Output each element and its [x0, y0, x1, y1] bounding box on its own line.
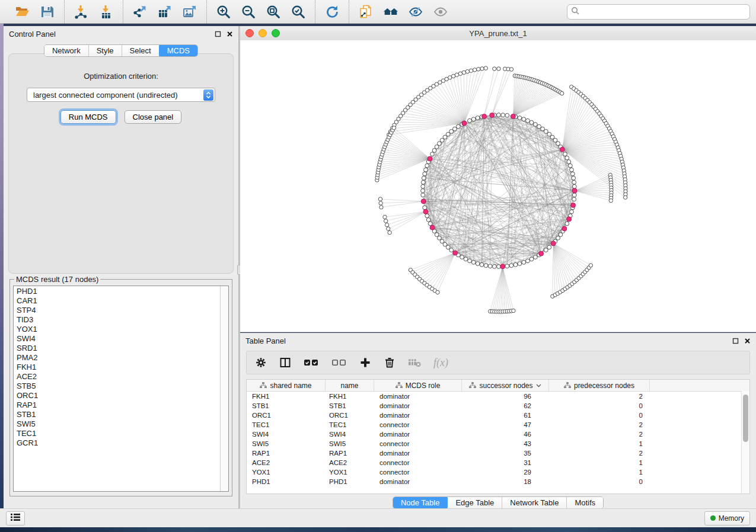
cell: PHD1 — [326, 478, 374, 485]
cell: YOX1 — [247, 469, 326, 476]
zoom-selected-icon[interactable] — [290, 4, 307, 20]
tab-style[interactable]: Style — [89, 45, 122, 56]
task-history-button[interactable] — [6, 511, 25, 525]
close-icon[interactable] — [227, 31, 233, 37]
mcds-result-item[interactable]: FKH1 — [17, 363, 228, 372]
criterion-select[interactable]: largest connected component (undirected) — [27, 88, 215, 102]
zoom-out-icon[interactable] — [240, 4, 257, 20]
cell: ACE2 — [247, 459, 326, 466]
float-icon[interactable] — [732, 338, 739, 344]
mcds-result-item[interactable]: SRD1 — [17, 344, 228, 353]
save-icon[interactable] — [39, 4, 56, 20]
search-box[interactable] — [567, 4, 750, 20]
column-header-successor-nodes[interactable]: successor nodes — [462, 380, 549, 391]
table-row[interactable]: PHD1PHD1dominator180 — [247, 477, 749, 486]
zoom-fit-icon[interactable] — [265, 4, 282, 20]
refresh-icon[interactable] — [324, 4, 340, 20]
table-row[interactable]: ACE2ACE2connector311 — [247, 458, 749, 467]
deselect-all-icon[interactable] — [331, 358, 347, 367]
mcds-result-list[interactable]: PHD1CAR1STP4TID3YOX1SWI4SRD1PMA2FKH1ACE2… — [13, 286, 229, 492]
zoom-in-icon[interactable] — [215, 4, 232, 20]
table-scrollbar[interactable] — [741, 391, 749, 493]
export-table-icon[interactable] — [157, 4, 173, 20]
export-image-icon[interactable] — [181, 4, 198, 20]
cell: 61 — [462, 412, 549, 419]
mcds-result-item[interactable]: PHD1 — [17, 287, 228, 296]
close-panel-button[interactable]: Close panel — [125, 110, 182, 124]
add-column-icon[interactable] — [359, 357, 371, 368]
mcds-result-item[interactable]: STP4 — [17, 306, 228, 315]
mcds-result-item[interactable]: STB5 — [17, 382, 228, 391]
select-all-icon[interactable] — [304, 358, 319, 367]
sort-chevron-down-icon — [536, 384, 541, 387]
close-icon[interactable] — [744, 338, 751, 344]
cell: 2 — [549, 431, 650, 438]
open-folder-icon[interactable] — [14, 4, 31, 20]
tab-mcds[interactable]: MCDS — [159, 44, 198, 57]
table-row[interactable]: SWI4SWI4dominator462 — [247, 430, 749, 439]
mcds-result-item[interactable]: CAR1 — [17, 296, 228, 306]
table-row[interactable]: YOX1YOX1connector291 — [247, 467, 749, 477]
optimization-criterion-label: Optimization criterion: — [9, 72, 233, 81]
node-table: shared namenameMCDS rolesuccessor nodesp… — [246, 379, 750, 494]
search-input[interactable] — [582, 7, 746, 17]
status-bar: Memory — [0, 508, 756, 527]
columns-icon[interactable] — [279, 357, 291, 368]
cell: dominator — [374, 393, 462, 400]
cell: connector — [374, 421, 462, 428]
cell: 47 — [462, 421, 549, 428]
export-network-icon[interactable] — [132, 4, 148, 20]
column-header-shared-name[interactable]: shared name — [247, 380, 326, 391]
column-header-name[interactable]: name — [326, 380, 374, 391]
mcds-result-item[interactable]: PMA2 — [17, 353, 228, 363]
cell: 31 — [462, 459, 549, 466]
tab-network[interactable]: Network — [44, 45, 89, 56]
home-icon[interactable] — [382, 4, 399, 20]
cell: 29 — [462, 469, 549, 476]
float-icon[interactable] — [215, 31, 221, 37]
table-tab-network-table[interactable]: Network Table — [502, 497, 567, 508]
clone-network-icon[interactable] — [358, 4, 374, 20]
column-header-MCDS-role[interactable]: MCDS role — [374, 380, 462, 391]
mcds-result-item[interactable]: GCR1 — [17, 438, 228, 448]
mcds-result-item[interactable]: TEC1 — [17, 429, 228, 438]
table-tab-node-table[interactable]: Node Table — [393, 496, 449, 509]
tab-select[interactable]: Select — [122, 45, 160, 56]
gear-icon[interactable] — [255, 357, 267, 368]
table-row[interactable]: FKH1FKH1dominator962 — [247, 392, 749, 401]
table-row[interactable]: TEC1TEC1connector472 — [247, 420, 749, 430]
mcds-result-item[interactable]: YOX1 — [17, 325, 228, 334]
table-tab-edge-table[interactable]: Edge Table — [448, 497, 502, 508]
network-canvas[interactable] — [240, 40, 756, 332]
cell: TEC1 — [247, 421, 326, 428]
mcds-result-item[interactable]: SWI5 — [17, 419, 228, 429]
hide-eye-icon[interactable] — [407, 4, 424, 20]
cell: connector — [374, 469, 462, 476]
mcds-result-item[interactable]: RAP1 — [17, 400, 228, 410]
table-row[interactable]: STB1STB1dominator620 — [247, 401, 749, 411]
memory-status-icon — [710, 515, 716, 521]
mcds-result-item[interactable]: ACE2 — [17, 372, 228, 382]
mcds-result-item[interactable]: STB1 — [17, 410, 228, 419]
mcds-result-item[interactable]: TID3 — [17, 315, 228, 325]
table-panel-title: Table Panel — [245, 336, 286, 345]
table-row[interactable]: ORC1ORC1dominator610 — [247, 411, 749, 420]
mcds-result-item[interactable]: SWI4 — [17, 334, 228, 344]
cell: RAP1 — [326, 450, 374, 457]
mcds-result-item[interactable]: ORC1 — [17, 391, 228, 400]
cell: PHD1 — [247, 478, 326, 485]
network-window: YPA_prune.txt_1 — [240, 26, 756, 332]
run-mcds-button[interactable]: Run MCDS — [60, 110, 116, 124]
import-table-icon[interactable] — [98, 4, 114, 20]
cell: 1 — [549, 440, 650, 447]
import-network-icon[interactable] — [73, 4, 90, 20]
table-scrollbar-thumb[interactable] — [743, 395, 748, 442]
table-row[interactable]: RAP1RAP1dominator352 — [247, 448, 749, 458]
column-header-predecessor-nodes[interactable]: predecessor nodes — [549, 380, 650, 391]
sitemap-icon — [395, 382, 403, 389]
table-row[interactable]: SWI5SWI5connector431 — [247, 439, 749, 448]
memory-button[interactable]: Memory — [704, 511, 750, 525]
delete-entries-icon[interactable] — [384, 357, 395, 368]
list-scrollbar[interactable] — [220, 286, 228, 491]
table-tab-motifs[interactable]: Motifs — [567, 497, 603, 508]
